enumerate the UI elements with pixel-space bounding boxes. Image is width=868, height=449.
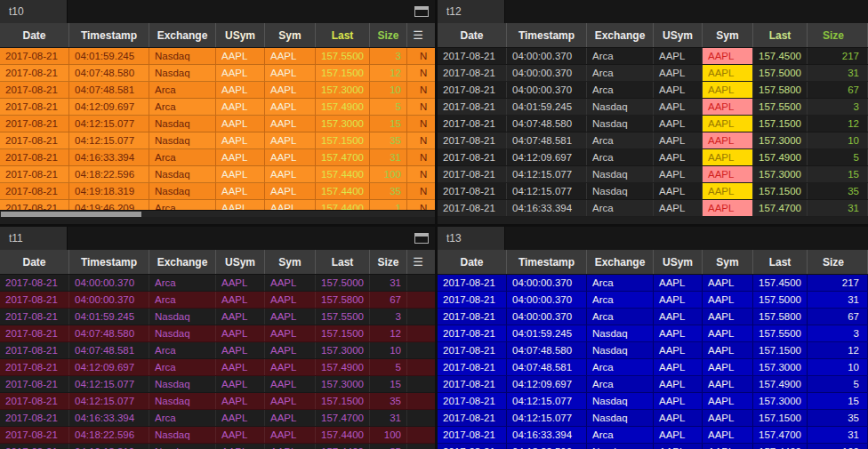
column-header-usym[interactable]: USym	[216, 250, 265, 274]
table-row[interactable]: 2017-08-2104:12:15.077NasdaqAAPLAAPL157.…	[0, 132, 435, 149]
tab-t10[interactable]: t10	[0, 0, 68, 23]
table-row[interactable]: 2017-08-2104:16:33.394ArcaAAPLAAPL157.47…	[0, 149, 435, 166]
cell-date: 2017-08-21	[0, 427, 69, 443]
cell-size: 31	[808, 65, 868, 81]
cell-exchange: Arca	[149, 359, 216, 375]
column-header-timestamp[interactable]: Timestamp	[507, 23, 587, 47]
column-header-size[interactable]: Size	[808, 250, 868, 274]
table-row[interactable]: 2017-08-2104:01:59.245NasdaqAAPLAAPL157.…	[0, 309, 435, 325]
table-row[interactable]: 2017-08-2104:07:48.581ArcaAAPLAAPL157.30…	[0, 342, 435, 359]
window-controls-icon[interactable]	[414, 233, 429, 244]
table-row[interactable]: 2017-08-2104:12:09.697ArcaAAPLAAPL157.49…	[438, 149, 868, 166]
cell-last: 157.5500	[316, 48, 370, 64]
table-row[interactable]: 2017-08-2104:07:48.580NasdaqAAPLAAPL157.…	[438, 116, 868, 132]
column-header-exchange[interactable]: Exchange	[587, 23, 654, 47]
table-row[interactable]: 2017-08-2104:16:33.394ArcaAAPLAAPL157.47…	[438, 427, 868, 444]
table-row[interactable]: 2017-08-2104:01:59.245NasdaqAAPLAAPL157.…	[438, 99, 868, 116]
tab-bar-t11: t11	[0, 227, 435, 250]
table-row[interactable]: 2017-08-2104:12:09.697ArcaAAPLAAPL157.49…	[0, 99, 435, 116]
column-header-sym[interactable]: Sym	[265, 23, 316, 47]
cell-usym: AAPL	[654, 410, 703, 426]
cell-overflow-fragment	[407, 444, 435, 449]
column-header-size[interactable]: Size	[370, 23, 407, 47]
tab-t12[interactable]: t12	[438, 0, 505, 23]
cell-timestamp: 04:12:15.077	[507, 393, 587, 409]
table-row[interactable]: 2017-08-2104:12:15.077NasdaqAAPLAAPL157.…	[438, 183, 868, 200]
column-header-date[interactable]: Date	[0, 23, 69, 47]
table-row[interactable]: 2017-08-2104:16:33.394ArcaAAPLAAPL157.47…	[0, 410, 435, 427]
cell-date: 2017-08-21	[0, 292, 69, 308]
column-header-date[interactable]: Date	[438, 250, 507, 274]
cell-date: 2017-08-21	[438, 393, 507, 409]
cell-sym: AAPL	[265, 116, 316, 132]
table-row[interactable]: 2017-08-2104:12:15.077NasdaqAAPLAAPL157.…	[438, 393, 868, 410]
table-row[interactable]: 2017-08-2104:00:00.370ArcaAAPLAAPL157.45…	[438, 275, 868, 292]
table-row[interactable]: 2017-08-2104:00:00.370ArcaAAPLAAPL157.50…	[438, 65, 868, 82]
table-row[interactable]: 2017-08-2104:00:00.370ArcaAAPLAAPL157.58…	[0, 292, 435, 309]
table-row[interactable]: 2017-08-2104:07:48.580NasdaqAAPLAAPL157.…	[0, 325, 435, 342]
table-row[interactable]: 2017-08-2104:01:59.245NasdaqAAPLAAPL157.…	[0, 48, 435, 65]
column-header-usym[interactable]: USym	[216, 23, 265, 47]
column-header-timestamp[interactable]: Timestamp	[507, 250, 587, 274]
horizontal-scrollbar[interactable]	[0, 210, 435, 217]
table-row[interactable]: 2017-08-2104:12:15.077NasdaqAAPLAAPL157.…	[438, 410, 868, 427]
scrollbar-thumb[interactable]	[1, 212, 141, 217]
cell-exchange: Arca	[587, 427, 654, 443]
table-row[interactable]: 2017-08-2104:00:00.370ArcaAAPLAAPL157.50…	[0, 275, 435, 292]
table-row[interactable]: 2017-08-2104:07:48.581ArcaAAPLAAPL157.30…	[438, 132, 868, 149]
cell-last: 157.5500	[753, 99, 808, 115]
column-header-sym[interactable]: Sym	[703, 23, 753, 47]
table-row[interactable]: 2017-08-2104:12:09.697ArcaAAPLAAPL157.49…	[0, 359, 435, 376]
column-header-size[interactable]: Size	[808, 23, 868, 47]
table-row[interactable]: 2017-08-2104:07:48.581ArcaAAPLAAPL157.30…	[438, 359, 868, 376]
table-row[interactable]: 2017-08-2104:19:18.319NasdaqAAPLAAPL157.…	[0, 183, 435, 200]
table-row[interactable]: 2017-08-2104:18:22.596NasdaqAAPLAAPL157.…	[438, 444, 868, 449]
column-header-last[interactable]: Last	[753, 23, 808, 47]
table-row[interactable]: 2017-08-2104:18:22.596NasdaqAAPLAAPL157.…	[0, 166, 435, 183]
column-header-usym[interactable]: USym	[654, 250, 703, 274]
column-header-last[interactable]: Last	[316, 250, 370, 274]
table-row[interactable]: 2017-08-2104:12:15.077NasdaqAAPLAAPL157.…	[0, 116, 435, 132]
table-row[interactable]: 2017-08-2104:00:00.370ArcaAAPLAAPL157.58…	[438, 82, 868, 99]
table-row[interactable]: 2017-08-2104:00:00.370ArcaAAPLAAPL157.45…	[438, 48, 868, 65]
column-header-date[interactable]: Date	[438, 23, 507, 47]
cell-timestamp: 04:00:00.370	[507, 309, 587, 325]
table-row[interactable]: 2017-08-2104:12:15.077NasdaqAAPLAAPL157.…	[0, 393, 435, 410]
cell-size: 67	[370, 292, 407, 308]
tab-t13[interactable]: t13	[438, 227, 505, 250]
column-header-usym[interactable]: USym	[654, 23, 703, 47]
table-row[interactable]: 2017-08-2104:18:22.596NasdaqAAPLAAPL157.…	[0, 427, 435, 444]
table-row[interactable]: 2017-08-2104:00:00.370ArcaAAPLAAPL157.50…	[438, 292, 868, 309]
cell-overflow-fragment	[407, 376, 435, 392]
table-row[interactable]: 2017-08-2104:19:18.319NasdaqAAPLAAPL157.…	[0, 444, 435, 449]
tab-t11[interactable]: t11	[0, 227, 68, 250]
cell-last: 157.1500	[316, 393, 370, 409]
column-header-date[interactable]: Date	[0, 250, 69, 274]
column-header-size[interactable]: Size	[370, 250, 407, 274]
table-menu-icon[interactable]: ☰	[407, 23, 429, 47]
column-header-row: DateTimestampExchangeUSymSymLastSize	[438, 250, 868, 275]
table-row[interactable]: 2017-08-2104:12:09.697ArcaAAPLAAPL157.49…	[438, 376, 868, 393]
table-row[interactable]: 2017-08-2104:07:48.581ArcaAAPLAAPL157.30…	[0, 82, 435, 99]
column-header-timestamp[interactable]: Timestamp	[69, 23, 149, 47]
column-header-sym[interactable]: Sym	[703, 250, 753, 274]
table-row[interactable]: 2017-08-2104:12:15.077NasdaqAAPLAAPL157.…	[0, 376, 435, 393]
table-menu-icon[interactable]: ☰	[407, 250, 429, 274]
column-header-exchange[interactable]: Exchange	[149, 250, 216, 274]
cell-sym: AAPL	[265, 275, 316, 291]
column-header-timestamp[interactable]: Timestamp	[69, 250, 149, 274]
cell-last: 157.1500	[753, 410, 808, 426]
table-row[interactable]: 2017-08-2104:16:33.394ArcaAAPLAAPL157.47…	[438, 200, 868, 217]
table-row[interactable]: 2017-08-2104:01:59.245NasdaqAAPLAAPL157.…	[438, 325, 868, 342]
cell-usym: AAPL	[654, 149, 703, 165]
column-header-last[interactable]: Last	[316, 23, 370, 47]
table-row[interactable]: 2017-08-2104:12:15.077NasdaqAAPLAAPL157.…	[438, 166, 868, 183]
window-controls-icon[interactable]	[414, 6, 429, 17]
column-header-exchange[interactable]: Exchange	[587, 250, 654, 274]
column-header-sym[interactable]: Sym	[265, 250, 316, 274]
table-row[interactable]: 2017-08-2104:07:48.580NasdaqAAPLAAPL157.…	[0, 65, 435, 82]
table-row[interactable]: 2017-08-2104:00:00.370ArcaAAPLAAPL157.58…	[438, 309, 868, 325]
column-header-exchange[interactable]: Exchange	[149, 23, 216, 47]
column-header-last[interactable]: Last	[753, 250, 808, 274]
table-row[interactable]: 2017-08-2104:07:48.580NasdaqAAPLAAPL157.…	[438, 342, 868, 359]
